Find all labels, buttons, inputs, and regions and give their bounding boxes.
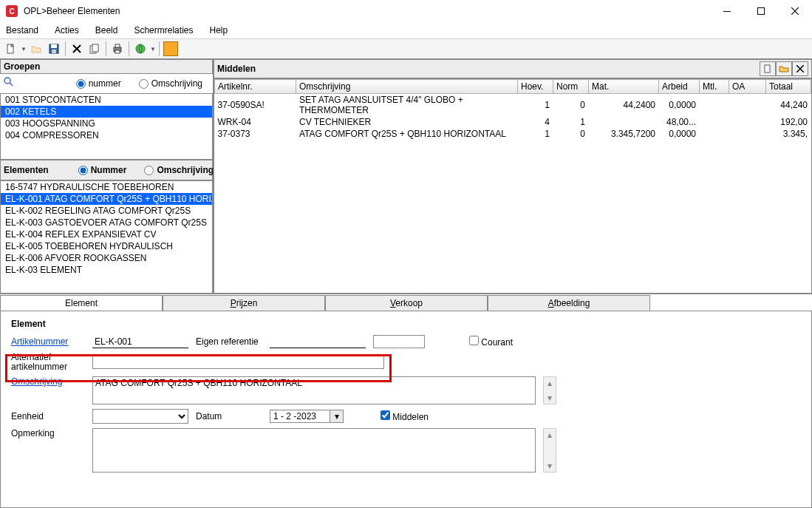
label-eenheid: Eenheid [11, 411, 85, 421]
svg-rect-13 [765, 65, 770, 72]
menu-schermrelaties[interactable]: Schermrelaties [131, 24, 196, 37]
menu-help[interactable]: Help [206, 24, 231, 37]
label-datum: Datum [196, 411, 262, 421]
list-item[interactable]: EL-K-004 REFLEX EXPANSIEVAT CV [1, 228, 212, 240]
artikelnummer-field[interactable] [92, 336, 188, 348]
col-norm[interactable]: Norm [553, 80, 589, 94]
search-icon[interactable] [3, 76, 17, 91]
form-section-title: Element [11, 319, 801, 329]
list-item[interactable]: 001 STOPCONTACTEN [1, 94, 212, 106]
datum-field[interactable]: ▾ [270, 410, 344, 423]
elementen-radio-nummer[interactable]: Nummer [78, 165, 127, 175]
col-omschrijving[interactable]: Omschrijving [296, 80, 518, 94]
menu-beeld[interactable]: Beeld [92, 24, 121, 37]
menubar: Bestand Acties Beeld Schermrelaties Help [0, 22, 812, 38]
svg-rect-9 [115, 44, 120, 47]
menu-acties[interactable]: Acties [52, 24, 82, 37]
list-item[interactable]: 002 KETELS [1, 106, 212, 118]
globe-icon[interactable] [132, 41, 149, 57]
svg-rect-7 [92, 44, 98, 52]
elementen-list[interactable]: 16-5747 HYDRAULISCHE TOEBEHOREN EL-K-001… [0, 180, 213, 294]
col-artikelnr[interactable]: Artikelnr. [215, 80, 296, 94]
list-item[interactable]: EL-K-002 REGELING ATAG COMFORT Qr25S [1, 205, 212, 217]
list-item[interactable]: EL-K-003 GASTOEVOER ATAG COMFORT Qr25S [1, 217, 212, 228]
tab-prijzen[interactable]: Prijzen [163, 295, 325, 311]
col-mat[interactable]: Mat. [589, 80, 659, 94]
copy-icon[interactable] [86, 41, 103, 57]
highlight-box [5, 354, 392, 382]
eigenref-field[interactable] [270, 336, 366, 348]
open-icon[interactable] [28, 41, 44, 57]
delete-row-icon[interactable] [792, 61, 808, 76]
scroll-up-icon[interactable]: ▴ [544, 429, 556, 441]
eenheid-select[interactable] [92, 409, 188, 424]
list-item[interactable]: EL-K-001 ATAG COMFORT Qr25S + QBH110 HOR… [1, 193, 212, 205]
elementen-radio-omschrijving[interactable]: Omschrijving [144, 165, 214, 175]
middelen-checkbox[interactable]: Middelen [381, 410, 429, 422]
elementen-header: Elementen Nummer Omschrijving [0, 160, 213, 180]
new-row-icon[interactable] [760, 61, 776, 76]
toolbar: ▼ ▼ [0, 38, 812, 59]
close-button[interactable] [778, 0, 812, 22]
col-totaal[interactable]: Totaal [766, 80, 811, 94]
groepen-radio-nummer[interactable]: nummer [76, 78, 121, 89]
tab-element[interactable]: Element [0, 295, 163, 311]
groepen-list[interactable]: 001 STOPCONTACTEN 002 KETELS 003 HOOGSPA… [0, 93, 213, 160]
svg-rect-5 [52, 50, 56, 53]
list-item[interactable]: 004 COMPRESSOREN [1, 129, 212, 141]
titlebar: C OPL>Beheer Elementen [0, 0, 812, 22]
list-item[interactable]: EL-K-006 AFVOER ROOKGASSEN [1, 252, 212, 264]
svg-rect-0 [723, 11, 731, 12]
svg-rect-4 [51, 44, 57, 48]
table-row[interactable]: 37-0373ATAG COMFORT Qr25S + QBH110 HORIZ… [215, 128, 811, 140]
col-hoev[interactable]: Hoev. [518, 80, 553, 94]
maximize-button[interactable] [744, 0, 778, 22]
list-item[interactable]: 003 HOOGSPANNING [1, 118, 212, 129]
label-opmerking: Opmerking [11, 428, 85, 438]
tab-afbeelding[interactable]: Afbeelding [488, 295, 650, 311]
svg-rect-10 [115, 50, 120, 53]
table-row[interactable]: WRK-04CV TECHNIEKER4148,00...192,00 [215, 116, 811, 128]
label-eigenref: Eigen referentie [196, 336, 262, 347]
action-icon[interactable] [163, 41, 179, 57]
list-item[interactable]: 16-5747 HYDRAULISCHE TOEBEHOREN [1, 181, 212, 193]
courant-checkbox[interactable]: Courant [469, 336, 513, 348]
tabs: Element Prijzen Verkoop Afbeelding [0, 294, 812, 311]
groepen-radio-omschrijving[interactable]: Omschrijving [139, 78, 202, 89]
middelen-header: Middelen [214, 59, 812, 78]
form-element: Element Artikelnummer Eigen referentie C… [0, 311, 812, 508]
svg-point-11 [136, 44, 145, 53]
save-icon[interactable] [46, 41, 62, 57]
window-title: OPL>Beheer Elementen [24, 6, 710, 16]
svg-rect-1 [758, 8, 765, 15]
delete-icon[interactable] [69, 41, 85, 57]
label-artikelnummer[interactable]: Artikelnummer [11, 336, 85, 347]
opmerking-field[interactable] [92, 428, 536, 473]
app-icon: C [6, 5, 18, 17]
date-dropdown-icon[interactable]: ▾ [330, 410, 343, 422]
open-row-icon[interactable] [776, 61, 792, 76]
tab-verkoop[interactable]: Verkoop [325, 295, 488, 311]
scroll-up-icon[interactable]: ▴ [544, 377, 556, 389]
scroll-down-icon[interactable]: ▾ [544, 392, 556, 404]
list-item[interactable]: EL-K-005 TOEBEHOREN HYDRAULISCH [1, 240, 212, 252]
col-oa[interactable]: OA [729, 80, 766, 94]
table-row[interactable]: 37-0590SA!SET ATAG AANSLUITSET 4/4" GLOB… [215, 94, 811, 117]
list-item[interactable]: EL-K-03 ELEMENT [1, 264, 212, 276]
menu-bestand[interactable]: Bestand [3, 24, 41, 37]
col-mtl[interactable]: Mtl. [700, 80, 729, 94]
print-icon[interactable] [109, 41, 126, 57]
col-arbeid[interactable]: Arbeid [659, 80, 700, 94]
groepen-header: Groepen [0, 59, 213, 74]
middelen-table[interactable]: Artikelnr. Omschrijving Hoev. Norm Mat. … [214, 78, 812, 294]
svg-point-12 [4, 78, 10, 84]
scroll-down-icon[interactable]: ▾ [544, 460, 556, 472]
minimize-button[interactable] [710, 0, 744, 22]
new-icon[interactable] [3, 41, 19, 57]
extra-field[interactable] [373, 335, 425, 348]
